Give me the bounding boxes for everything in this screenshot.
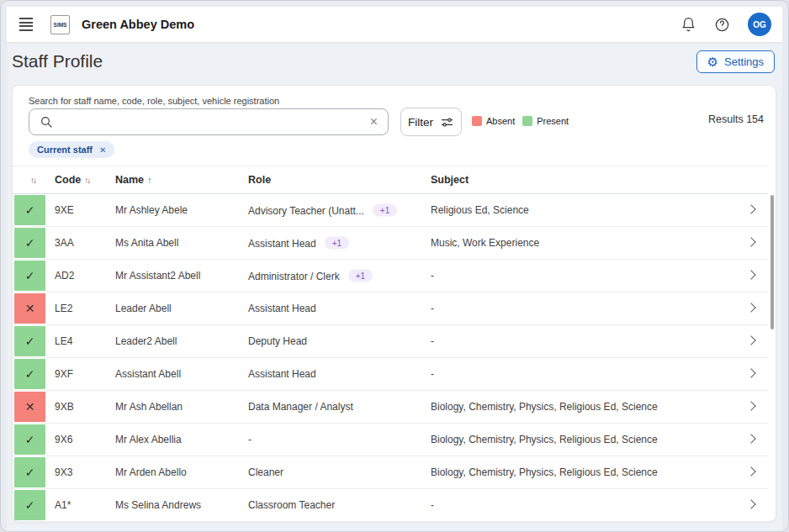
role-cell: Assistant Head+1 <box>248 237 349 250</box>
status-mark-icon: ✓ <box>25 334 35 348</box>
name-cell: Ms Anita Abell <box>115 237 178 249</box>
chevron-right-icon[interactable] <box>746 466 755 476</box>
role-text: Advisory Teacher (Unatt... <box>248 204 364 216</box>
status-mark-icon: ✓ <box>25 367 35 381</box>
gear-icon: ⚙ <box>707 55 718 68</box>
name-cell: Ms Selina Andrews <box>115 499 201 511</box>
subject-cell: - <box>431 270 434 282</box>
role-text: Data Manager / Analyst <box>248 401 353 413</box>
chevron-right-icon[interactable] <box>746 434 755 443</box>
subject-cell: Music, Work Experience <box>431 237 539 249</box>
code-cell: LE4 <box>55 335 72 347</box>
chevron-right-icon[interactable] <box>746 499 755 508</box>
subject-cell: Religious Ed, Science <box>431 204 529 216</box>
code-cell: A1* <box>55 499 71 511</box>
subject-cell: Biology, Chemistry, Physics, Religious E… <box>431 401 658 413</box>
page-title: Staff Profile <box>12 51 103 71</box>
absent-label: Absent <box>486 116 515 126</box>
table-row[interactable]: ✓ AD2 Mr Assistant2 Abell Administrator … <box>13 260 768 292</box>
subject-cell: - <box>431 368 434 380</box>
vertical-scrollbar[interactable] <box>770 195 774 329</box>
role-cell: Advisory Teacher (Unatt...+1 <box>248 204 397 217</box>
table-row[interactable]: ✓ 3AA Ms Anita Abell Assistant Head+1 Mu… <box>13 227 768 260</box>
search-input[interactable] <box>53 109 370 134</box>
role-cell: Classroom Teacher <box>248 499 335 511</box>
search-box: × <box>29 108 389 135</box>
clear-search-icon[interactable]: × <box>370 115 378 129</box>
column-header-subject[interactable]: Subject <box>431 174 469 186</box>
search-icon <box>40 115 53 129</box>
code-cell: LE2 <box>55 303 72 314</box>
chevron-right-icon[interactable] <box>746 270 755 279</box>
chevron-right-icon[interactable] <box>746 204 755 213</box>
present-swatch <box>522 116 532 126</box>
column-header-role[interactable]: Role <box>248 174 271 186</box>
menu-icon[interactable] <box>19 18 33 31</box>
attendance-status-cell: ✕ <box>14 392 45 422</box>
role-cell: Deputy Head <box>248 335 307 347</box>
subject-cell: - <box>431 499 434 511</box>
attendance-status-cell: ✓ <box>14 228 45 258</box>
filter-label: Filter <box>408 116 433 129</box>
settings-label: Settings <box>724 55 764 68</box>
present-label: Present <box>537 116 569 126</box>
role-text: Administrator / Clerk <box>248 270 340 282</box>
chevron-right-icon[interactable] <box>746 335 755 345</box>
subject-cell: Biology, Chemistry, Physics, Religious E… <box>431 466 658 478</box>
status-sort-icon[interactable]: ↑↓ <box>30 176 35 185</box>
role-extra-badge: +1 <box>325 237 349 250</box>
attendance-status-cell: ✓ <box>14 424 45 455</box>
settings-button[interactable]: ⚙ Settings <box>696 50 775 73</box>
chevron-right-icon[interactable] <box>746 368 755 377</box>
role-cell: Data Manager / Analyst <box>248 401 353 413</box>
subject-cell: - <box>431 335 434 347</box>
column-header-name[interactable]: Name↑ <box>115 174 152 186</box>
name-cell: Leader2 Abell <box>115 335 177 347</box>
table-row[interactable]: ✕ LE2 Leader Abell Assistant Head - <box>13 292 768 325</box>
name-sort-asc-icon[interactable]: ↑ <box>147 175 152 185</box>
attendance-status-cell: ✓ <box>14 261 45 291</box>
status-mark-icon: ✓ <box>25 236 35 250</box>
chip-close-icon[interactable]: ✕ <box>99 145 106 155</box>
absent-swatch <box>472 116 482 126</box>
notifications-bell-icon[interactable] <box>680 17 696 33</box>
table-row[interactable]: ✕ 9XB Mr Ash Abellan Data Manager / Anal… <box>13 391 768 424</box>
legend-present: Present <box>522 116 569 126</box>
status-mark-icon: ✕ <box>25 400 35 413</box>
status-mark-icon: ✓ <box>25 269 35 282</box>
role-text: Cleaner <box>248 466 283 478</box>
app-viewport: SIMS Green Abbey Demo OG Staff Profile ⚙… <box>0 0 789 532</box>
table-row[interactable]: ✓ 9XE Mr Ashley Abele Advisory Teacher (… <box>13 194 768 227</box>
table-row[interactable]: ✓ A1* Ms Selina Andrews Classroom Teache… <box>13 489 768 522</box>
status-mark-icon: ✓ <box>25 433 35 446</box>
help-icon[interactable] <box>714 17 730 33</box>
status-mark-icon: ✓ <box>25 498 35 512</box>
attendance-status-cell: ✓ <box>14 457 45 487</box>
attendance-status-cell: ✓ <box>14 195 45 225</box>
chevron-right-icon[interactable] <box>746 303 755 312</box>
attendance-status-cell: ✓ <box>14 326 45 356</box>
code-sort-icon[interactable]: ↑↓ <box>84 176 89 185</box>
column-header-code[interactable]: Code↑↓ <box>55 174 89 186</box>
attendance-status-cell: ✕ <box>14 293 45 324</box>
role-text: Assistant Head <box>248 237 316 249</box>
user-avatar[interactable]: OG <box>748 13 771 36</box>
table-row[interactable]: ✓ 9XF Assistant Abell Assistant Head - <box>13 358 768 391</box>
chevron-right-icon[interactable] <box>746 401 755 410</box>
chevron-right-icon[interactable] <box>746 237 755 246</box>
search-label: Search for staff name, code, role, subje… <box>29 96 279 106</box>
code-cell: 9X3 <box>55 466 72 478</box>
attendance-status-cell: ✓ <box>14 359 45 389</box>
top-bar: SIMS Green Abbey Demo OG <box>7 7 782 43</box>
name-cell: Mr Ash Abellan <box>115 401 183 413</box>
table-row[interactable]: ✓ 9X6 Mr Alex Abellia - Biology, Chemist… <box>13 424 768 456</box>
app-title: Green Abbey Demo <box>82 18 194 31</box>
filter-button[interactable]: Filter <box>400 108 462 136</box>
current-staff-filter-chip[interactable]: Current staff ✕ <box>29 141 114 158</box>
status-mark-icon: ✕ <box>25 302 35 315</box>
role-text: Assistant Head <box>248 368 316 380</box>
role-text: Deputy Head <box>248 335 307 347</box>
table-row[interactable]: ✓ 9X3 Mr Arden Abello Cleaner Biology, C… <box>13 456 768 489</box>
table-row[interactable]: ✓ LE4 Leader2 Abell Deputy Head - <box>13 325 768 358</box>
role-cell: - <box>248 434 252 445</box>
